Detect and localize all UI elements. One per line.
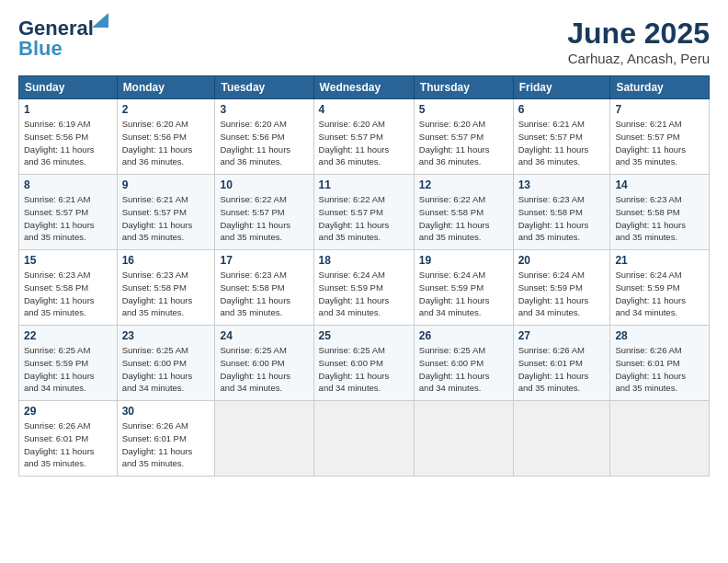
calendar-week-5: 29Sunrise: 6:26 AMSunset: 6:01 PMDayligh…	[19, 401, 710, 477]
day-info: Sunrise: 6:22 AMSunset: 5:57 PMDaylight:…	[319, 193, 409, 244]
calendar-cell: 15Sunrise: 6:23 AMSunset: 5:58 PMDayligh…	[19, 250, 118, 326]
day-info: Sunrise: 6:21 AMSunset: 5:57 PMDaylight:…	[518, 118, 606, 168]
day-number: 3	[220, 103, 308, 116]
calendar-cell: 17Sunrise: 6:23 AMSunset: 5:58 PMDayligh…	[215, 250, 313, 326]
calendar: SundayMondayTuesdayWednesdayThursdayFrid…	[18, 75, 710, 477]
day-number: 21	[615, 254, 704, 267]
day-info: Sunrise: 6:26 AMSunset: 6:01 PMDaylight:…	[615, 344, 704, 395]
calendar-cell: 9Sunrise: 6:21 AMSunset: 5:57 PMDaylight…	[117, 175, 215, 250]
main-title: June 2025	[567, 17, 710, 51]
day-number: 16	[122, 254, 210, 267]
calendar-week-4: 22Sunrise: 6:25 AMSunset: 5:59 PMDayligh…	[19, 326, 710, 401]
day-number: 2	[122, 103, 210, 116]
title-block: June 2025 Carhuaz, Ancash, Peru	[567, 17, 710, 66]
calendar-cell	[610, 401, 710, 477]
calendar-header-thursday: Thursday	[414, 76, 513, 99]
day-number: 28	[615, 329, 704, 342]
day-number: 4	[319, 103, 409, 116]
day-info: Sunrise: 6:25 AMSunset: 6:00 PMDaylight:…	[122, 344, 210, 395]
day-number: 29	[24, 405, 112, 418]
calendar-header-monday: Monday	[117, 76, 215, 99]
svg-marker-0	[92, 13, 108, 28]
day-number: 1	[24, 103, 112, 116]
calendar-cell: 25Sunrise: 6:25 AMSunset: 6:00 PMDayligh…	[313, 326, 414, 401]
calendar-cell: 10Sunrise: 6:22 AMSunset: 5:57 PMDayligh…	[215, 175, 313, 250]
calendar-cell: 20Sunrise: 6:24 AMSunset: 5:59 PMDayligh…	[513, 250, 610, 326]
day-info: Sunrise: 6:25 AMSunset: 5:59 PMDaylight:…	[24, 344, 112, 395]
calendar-cell: 27Sunrise: 6:26 AMSunset: 6:01 PMDayligh…	[513, 326, 610, 401]
calendar-cell: 16Sunrise: 6:23 AMSunset: 5:58 PMDayligh…	[117, 250, 215, 326]
day-number: 7	[615, 103, 704, 116]
calendar-cell: 11Sunrise: 6:22 AMSunset: 5:57 PMDayligh…	[313, 175, 414, 250]
calendar-cell: 30Sunrise: 6:26 AMSunset: 6:01 PMDayligh…	[117, 401, 215, 477]
day-number: 25	[319, 329, 409, 342]
calendar-header-friday: Friday	[513, 76, 610, 99]
calendar-cell: 1Sunrise: 6:19 AMSunset: 5:56 PMDaylight…	[19, 99, 118, 175]
day-info: Sunrise: 6:26 AMSunset: 6:01 PMDaylight:…	[518, 344, 606, 395]
day-info: Sunrise: 6:24 AMSunset: 5:59 PMDaylight:…	[319, 269, 409, 319]
day-number: 12	[419, 178, 508, 191]
calendar-cell	[215, 401, 313, 477]
day-number: 13	[518, 178, 606, 191]
day-info: Sunrise: 6:23 AMSunset: 5:58 PMDaylight:…	[615, 193, 704, 244]
calendar-header-row: SundayMondayTuesdayWednesdayThursdayFrid…	[19, 76, 710, 99]
day-number: 30	[122, 405, 210, 418]
subtitle: Carhuaz, Ancash, Peru	[567, 51, 710, 66]
calendar-cell: 19Sunrise: 6:24 AMSunset: 5:59 PMDayligh…	[414, 250, 513, 326]
day-info: Sunrise: 6:23 AMSunset: 5:58 PMDaylight:…	[220, 269, 308, 319]
day-number: 18	[319, 254, 409, 267]
calendar-cell: 21Sunrise: 6:24 AMSunset: 5:59 PMDayligh…	[610, 250, 710, 326]
day-number: 6	[518, 103, 606, 116]
day-number: 19	[419, 254, 508, 267]
day-info: Sunrise: 6:21 AMSunset: 5:57 PMDaylight:…	[24, 193, 112, 244]
calendar-week-2: 8Sunrise: 6:21 AMSunset: 5:57 PMDaylight…	[19, 175, 710, 250]
calendar-cell: 14Sunrise: 6:23 AMSunset: 5:58 PMDayligh…	[610, 175, 710, 250]
day-info: Sunrise: 6:25 AMSunset: 6:00 PMDaylight:…	[220, 344, 308, 395]
day-info: Sunrise: 6:20 AMSunset: 5:56 PMDaylight:…	[220, 118, 308, 168]
calendar-cell: 5Sunrise: 6:20 AMSunset: 5:57 PMDaylight…	[414, 99, 513, 175]
calendar-cell: 7Sunrise: 6:21 AMSunset: 5:57 PMDaylight…	[610, 99, 710, 175]
day-number: 14	[615, 178, 704, 191]
logo: General Blue	[18, 17, 94, 61]
day-info: Sunrise: 6:24 AMSunset: 5:59 PMDaylight:…	[615, 269, 704, 319]
day-number: 22	[24, 329, 112, 342]
calendar-cell: 26Sunrise: 6:25 AMSunset: 6:00 PMDayligh…	[414, 326, 513, 401]
logo-general: General	[18, 17, 94, 40]
calendar-cell: 29Sunrise: 6:26 AMSunset: 6:01 PMDayligh…	[19, 401, 118, 477]
day-info: Sunrise: 6:26 AMSunset: 6:01 PMDaylight:…	[122, 419, 210, 470]
calendar-cell	[313, 401, 414, 477]
day-info: Sunrise: 6:23 AMSunset: 5:58 PMDaylight:…	[518, 193, 606, 244]
day-info: Sunrise: 6:26 AMSunset: 6:01 PMDaylight:…	[24, 419, 112, 470]
day-info: Sunrise: 6:22 AMSunset: 5:57 PMDaylight:…	[220, 193, 308, 244]
day-number: 24	[220, 329, 308, 342]
calendar-cell: 24Sunrise: 6:25 AMSunset: 6:00 PMDayligh…	[215, 326, 313, 401]
day-info: Sunrise: 6:20 AMSunset: 5:56 PMDaylight:…	[122, 118, 210, 168]
day-info: Sunrise: 6:19 AMSunset: 5:56 PMDaylight:…	[24, 118, 112, 168]
calendar-cell: 28Sunrise: 6:26 AMSunset: 6:01 PMDayligh…	[610, 326, 710, 401]
day-info: Sunrise: 6:21 AMSunset: 5:57 PMDaylight:…	[122, 193, 210, 244]
day-number: 8	[24, 178, 112, 191]
calendar-cell: 8Sunrise: 6:21 AMSunset: 5:57 PMDaylight…	[19, 175, 118, 250]
calendar-cell	[414, 401, 513, 477]
day-info: Sunrise: 6:20 AMSunset: 5:57 PMDaylight:…	[319, 118, 409, 168]
calendar-cell: 4Sunrise: 6:20 AMSunset: 5:57 PMDaylight…	[313, 99, 414, 175]
day-info: Sunrise: 6:23 AMSunset: 5:58 PMDaylight:…	[24, 269, 112, 319]
day-info: Sunrise: 6:25 AMSunset: 6:00 PMDaylight:…	[419, 344, 508, 395]
day-info: Sunrise: 6:22 AMSunset: 5:58 PMDaylight:…	[419, 193, 508, 244]
day-number: 5	[419, 103, 508, 116]
logo-triangle-icon	[92, 13, 108, 28]
day-info: Sunrise: 6:23 AMSunset: 5:58 PMDaylight:…	[122, 269, 210, 319]
calendar-cell: 6Sunrise: 6:21 AMSunset: 5:57 PMDaylight…	[513, 99, 610, 175]
calendar-header-sunday: Sunday	[19, 76, 118, 99]
day-info: Sunrise: 6:24 AMSunset: 5:59 PMDaylight:…	[518, 269, 606, 319]
day-info: Sunrise: 6:21 AMSunset: 5:57 PMDaylight:…	[615, 118, 704, 168]
day-number: 11	[319, 178, 409, 191]
calendar-week-1: 1Sunrise: 6:19 AMSunset: 5:56 PMDaylight…	[19, 99, 710, 175]
day-number: 9	[122, 178, 210, 191]
calendar-header-saturday: Saturday	[610, 76, 710, 99]
calendar-cell: 18Sunrise: 6:24 AMSunset: 5:59 PMDayligh…	[313, 250, 414, 326]
day-number: 17	[220, 254, 308, 267]
day-number: 20	[518, 254, 606, 267]
calendar-header-wednesday: Wednesday	[313, 76, 414, 99]
day-info: Sunrise: 6:25 AMSunset: 6:00 PMDaylight:…	[319, 344, 409, 395]
